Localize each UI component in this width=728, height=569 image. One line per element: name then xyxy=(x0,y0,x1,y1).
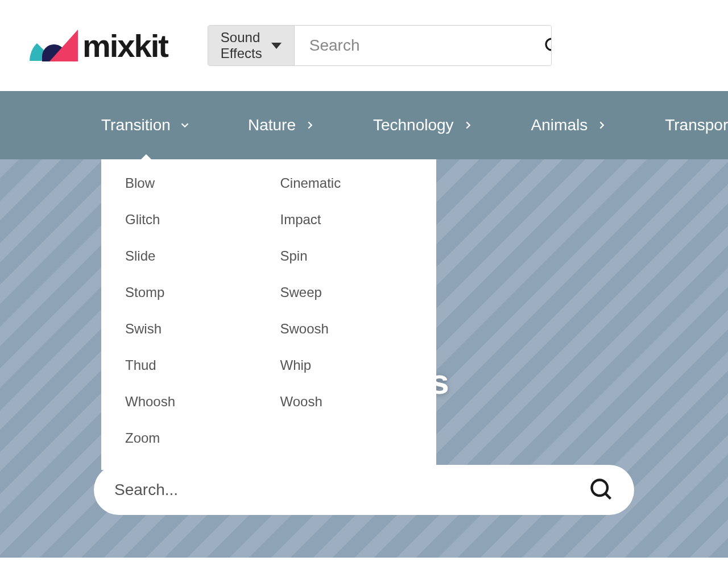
dropdown-item[interactable]: Swish xyxy=(125,321,258,337)
nav-item-animals[interactable]: Animals xyxy=(531,116,609,134)
nav-item-label: Nature xyxy=(248,116,296,134)
svg-point-0 xyxy=(546,39,552,50)
chevron-down-icon xyxy=(179,119,191,131)
logo-text: mixkit xyxy=(82,27,168,64)
chevron-right-icon xyxy=(304,119,316,131)
svg-line-3 xyxy=(605,493,610,498)
dropdown-item[interactable]: Whoosh xyxy=(125,394,258,410)
header-search: Sound Effects xyxy=(208,25,552,66)
logo[interactable]: mixkit xyxy=(30,27,168,64)
dropdown-item[interactable]: Slide xyxy=(125,248,258,264)
search-category-dropdown[interactable]: Sound Effects xyxy=(208,26,295,65)
search-icon xyxy=(544,36,552,55)
dropdown-item[interactable]: Glitch xyxy=(125,212,258,228)
nav-item-transport[interactable]: Transport xyxy=(665,116,728,134)
dropdown-item[interactable]: Sweep xyxy=(280,284,413,300)
nav-item-label: Technology xyxy=(373,116,454,134)
nav-item-technology[interactable]: Technology xyxy=(373,116,474,134)
dropdown-item[interactable]: Whip xyxy=(280,357,413,373)
nav-item-label: Transition xyxy=(101,116,171,134)
hero-search-button[interactable] xyxy=(589,477,614,504)
logo-mark-icon xyxy=(30,30,78,61)
nav-item-nature[interactable]: Nature xyxy=(248,116,316,134)
caret-down-icon xyxy=(271,43,282,49)
dropdown-item[interactable]: Swoosh xyxy=(280,321,413,337)
transition-dropdown: Blow Cinematic Glitch Impact Slide Spin … xyxy=(101,159,436,470)
nav-item-label: Transport xyxy=(665,116,728,134)
nav-item-label: Animals xyxy=(531,116,588,134)
chevron-right-icon xyxy=(462,119,474,131)
hero-search xyxy=(94,465,634,515)
hero-search-input[interactable] xyxy=(114,481,589,499)
search-category-label: Sound Effects xyxy=(221,30,262,61)
svg-point-2 xyxy=(592,480,608,496)
dropdown-item[interactable]: Cinematic xyxy=(280,175,413,191)
header-search-input[interactable] xyxy=(295,26,528,65)
dropdown-item[interactable]: Thud xyxy=(125,357,258,373)
dropdown-item[interactable]: Stomp xyxy=(125,284,258,300)
dropdown-item[interactable]: Impact xyxy=(280,212,413,228)
chevron-right-icon xyxy=(595,119,608,131)
site-header: mixkit Sound Effects xyxy=(0,0,728,91)
category-nav: Transition Nature Technology Animals Tra… xyxy=(0,91,728,159)
dropdown-item[interactable]: Spin xyxy=(280,248,413,264)
dropdown-item[interactable]: Blow xyxy=(125,175,258,191)
dropdown-item[interactable]: Woosh xyxy=(280,394,413,410)
header-search-button[interactable] xyxy=(528,26,552,65)
dropdown-item[interactable]: Zoom xyxy=(125,430,258,446)
nav-item-transition[interactable]: Transition xyxy=(101,116,191,134)
search-icon xyxy=(589,477,614,502)
